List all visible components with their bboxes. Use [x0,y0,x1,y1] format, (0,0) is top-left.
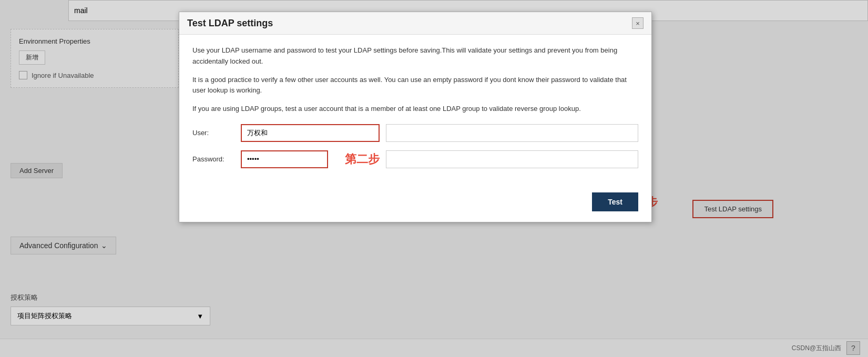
password-label: Password: [192,155,234,163]
modal-form: User: Password: 第二步 [192,124,638,168]
password-field-row: Password: 第二步 [192,150,638,168]
test-button[interactable]: Test [592,192,638,211]
modal-body: Use your LDAP username and password to t… [179,35,651,187]
password-input[interactable] [241,150,328,168]
modal-desc-3: If you are using LDAP groups, test a use… [192,104,638,115]
user-label: User: [192,129,234,137]
modal-desc-2: It is a good practice to verify a few ot… [192,75,638,97]
modal-desc-1: Use your LDAP username and password to t… [192,45,638,67]
password-input-wide[interactable] [386,150,638,168]
modal-title: Test LDAP settings [187,18,273,29]
modal-footer: Test [179,187,651,222]
test-ldap-modal: Test LDAP settings × Use your LDAP usern… [179,12,652,222]
user-field-row: User: [192,124,638,142]
modal-close-button[interactable]: × [632,17,644,29]
user-input[interactable] [241,124,380,142]
step2-annotation: 第二步 [345,151,380,167]
user-input-wide[interactable] [386,124,638,142]
modal-title-bar: Test LDAP settings × [179,12,651,35]
